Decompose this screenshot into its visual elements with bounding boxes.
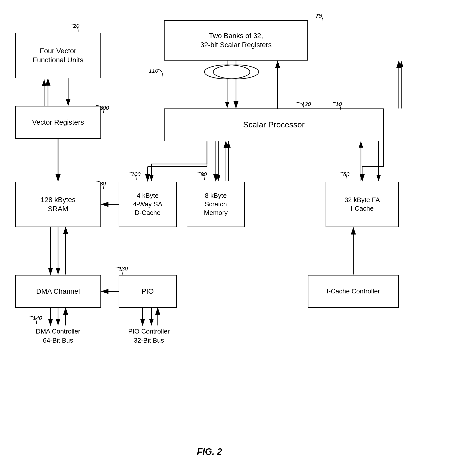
dma-caption-text: DMA Controller64-Bit Bus	[36, 327, 80, 344]
icache-label: 32 kByte FAI-Cache	[345, 196, 380, 213]
label-70: 70	[315, 13, 322, 19]
svg-point-36	[213, 65, 259, 79]
two-banks-label: Two Banks of 32,32-bit Scalar Registers	[200, 31, 272, 50]
vector-registers-box: Vector Registers	[15, 106, 101, 139]
svg-point-6	[204, 65, 250, 79]
icache-box: 32 kByte FAI-Cache	[326, 182, 399, 227]
label-90: 90	[201, 171, 207, 178]
label-10: 10	[336, 101, 342, 107]
fig-text: FIG. 2	[197, 447, 222, 457]
sram-label: 128 kBytesSRAM	[41, 195, 76, 214]
dma-label: DMA Channel	[36, 287, 80, 296]
four-vector-box: Four VectorFunctional Units	[15, 33, 101, 78]
dma-box: DMA Channel	[15, 275, 101, 308]
pio-box: PIO	[119, 275, 177, 308]
label-100: 100	[131, 171, 141, 178]
scratch-label: 8 kByteScratchMemory	[204, 191, 228, 217]
pio-caption: PIO Controller32-Bit Bus	[114, 327, 184, 345]
icache-ctrl-label: I-Cache Controller	[327, 287, 380, 296]
label-120: 120	[302, 101, 311, 107]
label-130: 130	[119, 265, 128, 272]
diagram: Four VectorFunctional Units Two Banks of…	[0, 0, 476, 469]
dma-caption: DMA Controller64-Bit Bus	[10, 327, 106, 345]
dcache-label: 4 kByte4-Way SAD-Cache	[133, 191, 162, 217]
scratch-box: 8 kByteScratchMemory	[187, 182, 245, 227]
label-80: 80	[343, 171, 349, 178]
pio-label: PIO	[142, 287, 154, 296]
four-vector-label: Four VectorFunctional Units	[33, 46, 84, 65]
label-30: 30	[100, 180, 106, 187]
label-200: 200	[100, 105, 109, 111]
label-110: 110	[149, 68, 158, 74]
label-140: 140	[33, 315, 42, 321]
scalar-processor-box: Scalar Processor	[164, 108, 384, 141]
dcache-box: 4 kByte4-Way SAD-Cache	[119, 182, 177, 227]
vector-registers-label: Vector Registers	[32, 118, 84, 127]
sram-box: 128 kBytesSRAM	[15, 182, 101, 227]
scalar-processor-label: Scalar Processor	[243, 120, 305, 130]
icache-ctrl-box: I-Cache Controller	[308, 275, 399, 308]
two-banks-box: Two Banks of 32,32-bit Scalar Registers	[164, 20, 308, 61]
fig-caption: FIG. 2	[197, 447, 222, 457]
label-20: 20	[73, 23, 79, 29]
pio-caption-text: PIO Controller32-Bit Bus	[128, 327, 170, 344]
